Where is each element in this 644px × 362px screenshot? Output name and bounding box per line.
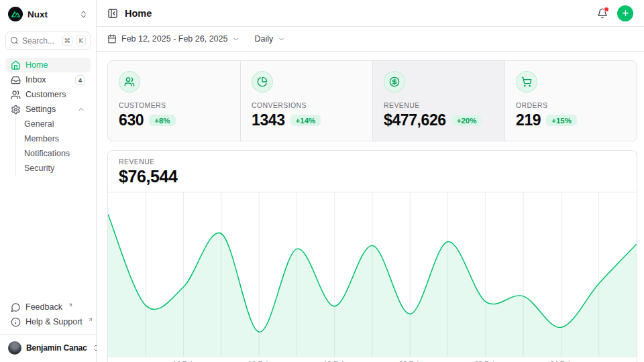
stat-card-conversions[interactable]: CONVERSIONS 1343 +14% [240, 61, 372, 141]
app-window: Nuxt Search... ⌘ K Home [0, 0, 644, 362]
stat-delta-badge: +20% [451, 115, 482, 126]
info-circle-icon [11, 317, 21, 327]
message-circle-icon [11, 302, 21, 312]
stats-grid: CUSTOMERS 630 +8% CONVERSIONS 1343 +14% [107, 60, 637, 141]
stat-card-orders[interactable]: ORDERS 219 +15% [504, 61, 637, 141]
users-icon [11, 90, 21, 100]
page-title: Home [125, 8, 152, 19]
workspace-name: Nuxt [28, 9, 74, 19]
sidebar-item-label: Feedback [25, 302, 62, 312]
kbd-meta: ⌘ [62, 36, 73, 46]
external-link-icon [68, 302, 73, 308]
revenue-chart-card: REVENUE $76,544 14 Feb16 Feb18 Feb20 Feb… [107, 150, 637, 362]
revenue-chart-svg [108, 192, 637, 357]
stat-value: 219 [516, 111, 541, 129]
workspace-switcher[interactable]: Nuxt [5, 5, 91, 23]
add-button[interactable] [617, 5, 633, 21]
sidebar-item-security[interactable]: Security [16, 161, 91, 176]
sidebar-item-feedback[interactable]: Feedback [5, 300, 91, 314]
chevron-up-icon [77, 105, 85, 113]
stat-delta-badge: +14% [290, 115, 321, 126]
circle-dollar-icon [384, 71, 405, 93]
stat-delta-badge: +15% [546, 115, 577, 126]
date-range-picker[interactable]: Feb 12, 2025 - Feb 26, 2025 [107, 34, 239, 44]
stat-value: 1343 [252, 111, 285, 129]
header-actions [597, 5, 633, 21]
user-menu[interactable]: Benjamin Canac [5, 335, 91, 357]
main-panel: Home Feb 12, 2025 - Feb 26, 2025 [97, 0, 644, 362]
dashboard-content: CUSTOMERS 630 +8% CONVERSIONS 1343 +14% [97, 52, 644, 362]
sidebar-nav: Home Inbox 4 Customers Settings [5, 58, 91, 176]
sidebar-item-members[interactable]: Members [16, 131, 91, 146]
user-name: Benjamin Canac [26, 343, 87, 353]
stat-delta-badge: +8% [149, 115, 175, 126]
stat-card-customers[interactable]: CUSTOMERS 630 +8% [108, 61, 240, 141]
sidebar-item-label: Help & Support [25, 317, 83, 326]
sidebar-item-general[interactable]: General [16, 117, 91, 131]
period-select[interactable]: Daily [254, 34, 285, 44]
stat-label: CONVERSIONS [252, 101, 362, 109]
page-header: Home [97, 0, 644, 27]
nuxt-logo-icon [8, 7, 23, 21]
settings-submenu: General Members Notifications Security [15, 117, 91, 176]
inbox-count-badge: 4 [75, 75, 85, 85]
sidebar-item-home[interactable]: Home [5, 58, 91, 72]
stat-value: $477,626 [384, 111, 446, 129]
sidebar: Nuxt Search... ⌘ K Home [0, 0, 97, 362]
sidebar-item-help-support[interactable]: Help & Support [5, 314, 91, 329]
gear-icon [11, 105, 21, 115]
sidebar-item-inbox[interactable]: Inbox 4 [5, 72, 91, 87]
notification-dot [604, 7, 609, 12]
chart-metric-label: REVENUE [119, 158, 626, 166]
date-range-value: Feb 12, 2025 - Feb 26, 2025 [121, 34, 227, 44]
stat-value: 630 [119, 111, 144, 129]
sidebar-item-label: Settings [25, 105, 56, 114]
filter-toolbar: Feb 12, 2025 - Feb 26, 2025 Daily [97, 27, 644, 52]
chevron-down-icon [232, 36, 239, 43]
search-input[interactable]: Search... ⌘ K [5, 32, 91, 50]
sidebar-item-label: Home [25, 60, 48, 70]
stat-label: REVENUE [384, 101, 494, 109]
plus-icon [621, 9, 630, 17]
shopping-cart-icon [516, 71, 537, 93]
sidebar-item-label: Customers [25, 90, 66, 99]
sidebar-item-settings[interactable]: Settings [5, 102, 91, 117]
sidebar-footer: Feedback Help & Support Benjamin Canac [5, 300, 91, 357]
stat-card-revenue[interactable]: REVENUE $477,626 +20% [372, 61, 504, 141]
chart-metric-value: $76,544 [119, 167, 626, 186]
notifications-button[interactable] [597, 8, 608, 19]
sidebar-item-notifications[interactable]: Notifications [16, 146, 91, 161]
chart-pie-icon [252, 71, 273, 93]
sidebar-item-customers[interactable]: Customers [5, 87, 91, 102]
stat-label: ORDERS [516, 101, 626, 109]
chevron-down-icon [278, 36, 285, 43]
stat-label: CUSTOMERS [119, 101, 229, 109]
external-link-icon [88, 317, 93, 322]
house-icon [11, 60, 21, 70]
search-placeholder: Search... [22, 36, 59, 46]
chart-header: REVENUE $76,544 [108, 151, 637, 192]
revenue-area-chart[interactable] [108, 192, 637, 357]
chevrons-up-down-icon [79, 10, 88, 19]
kbd-k: K [76, 36, 86, 46]
calendar-icon [107, 34, 117, 44]
chart-x-axis: 14 Feb16 Feb18 Feb20 Feb22 Feb24 Feb [108, 357, 637, 362]
period-value: Daily [254, 34, 273, 44]
inbox-icon [11, 75, 21, 85]
search-icon [10, 36, 19, 45]
users-icon [119, 71, 140, 93]
sidebar-item-label: Inbox [25, 75, 46, 84]
sidebar-collapse-icon[interactable] [107, 8, 118, 19]
avatar [8, 341, 21, 355]
